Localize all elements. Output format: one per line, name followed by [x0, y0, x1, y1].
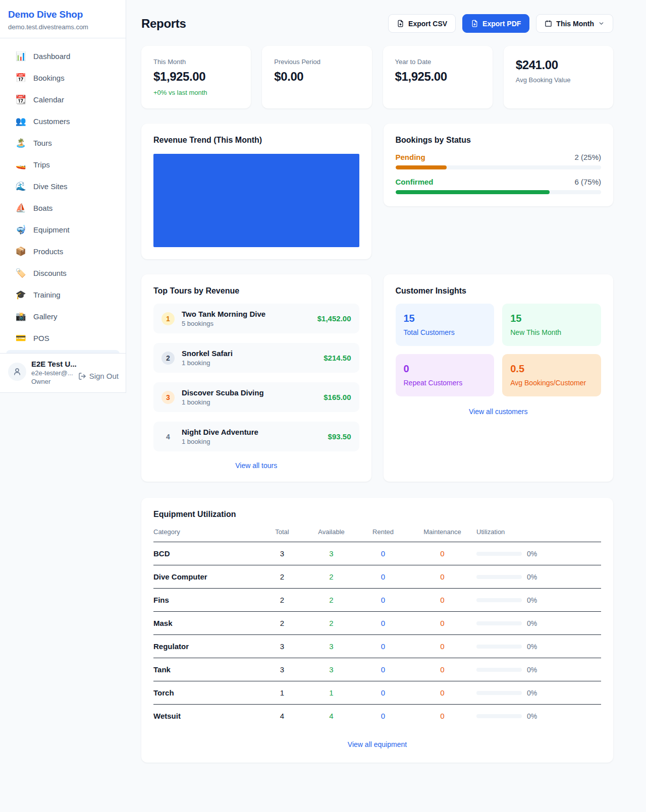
utilization-percent: 0%	[527, 712, 537, 720]
cell-maintenance: 0	[408, 712, 476, 720]
sidebar-item-label: Tours	[33, 139, 52, 147]
utilization-bar	[476, 575, 522, 579]
cell-maintenance: 0	[408, 642, 476, 651]
sidebar-item-gallery[interactable]: 📸 Gallery	[5, 306, 121, 327]
sidebar-item-equipment[interactable]: 🤿 Equipment	[5, 219, 121, 241]
col-total: Total	[259, 528, 305, 536]
export-csv-button[interactable]: Export CSV	[388, 14, 456, 33]
sidebar-item-boats[interactable]: ⛵ Boats	[5, 197, 121, 219]
export-pdf-button[interactable]: Export PDF	[462, 14, 529, 33]
insight-value: 15	[510, 313, 593, 324]
cell-rented: 0	[358, 712, 408, 720]
progress-fill-confirmed	[396, 190, 550, 194]
sidebar-item-calendar[interactable]: 📆 Calendar	[5, 89, 121, 110]
sidebar-item-pos[interactable]: 💳 POS	[5, 327, 121, 349]
cell-rented: 0	[358, 688, 408, 697]
table-row: Mask 2 2 0 0 0%	[153, 612, 601, 635]
sidebar-item-dashboard[interactable]: 📊 Dashboard	[5, 45, 121, 67]
utilization-percent: 0%	[527, 643, 537, 651]
cell-rented: 0	[358, 549, 408, 558]
top-tours-title: Top Tours by Revenue	[153, 286, 359, 296]
cell-available: 3	[305, 549, 358, 558]
tour-bookings: 1 booking	[182, 398, 316, 406]
sign-out-button[interactable]: Sign Out	[78, 372, 119, 380]
progress-track	[396, 190, 602, 194]
rank-badge: 3	[162, 391, 175, 404]
utilization-percent: 0%	[527, 619, 537, 627]
sidebar-item-trips[interactable]: 🚤 Trips	[5, 154, 121, 176]
period-dropdown[interactable]: This Month	[536, 14, 613, 33]
rank-badge: 2	[162, 352, 175, 365]
tour-row: 3 Discover Scuba Diving 1 booking $165.0…	[153, 382, 359, 412]
sidebar-item-products[interactable]: 📦 Products	[5, 241, 121, 262]
sidebar-item-dive-sites[interactable]: 🌊 Dive Sites	[5, 176, 121, 197]
shop-name: Demo Dive Shop	[8, 9, 118, 20]
status-count-confirmed: 6 (75%)	[574, 178, 601, 186]
equipment-title: Equipment Utilization	[153, 510, 601, 519]
col-utilization: Utilization	[476, 528, 601, 536]
sidebar-item-tours[interactable]: 🏝️ Tours	[5, 132, 121, 154]
utilization-percent: 0%	[527, 596, 537, 604]
cell-available: 2	[305, 572, 358, 581]
view-all-tours-link[interactable]: View all tours	[153, 461, 359, 470]
sidebar: Demo Dive Shop demo.test.divestreams.com…	[0, 0, 126, 393]
user-meta: E2E Test U... e2e-tester@... Owner	[31, 360, 73, 385]
customers-icon: 👥	[15, 117, 26, 126]
sidebar-item-label: Dive Sites	[33, 182, 68, 191]
cell-available: 4	[305, 712, 358, 720]
tour-revenue: $165.00	[324, 393, 351, 401]
stat-card-previous-period: Previous Period $0.00	[262, 46, 371, 108]
period-label: This Month	[556, 20, 594, 28]
view-all-equipment-link[interactable]: View all equipment	[153, 740, 601, 748]
cell-total: 3	[259, 642, 305, 651]
tour-name: Snorkel Safari	[182, 349, 316, 358]
sidebar-item-training[interactable]: 🎓 Training	[5, 284, 121, 306]
calendar-icon: 📆	[15, 95, 26, 104]
wave-icon: 🌊	[15, 182, 26, 191]
col-available: Available	[305, 528, 358, 536]
cell-utilization: 0%	[476, 573, 601, 581]
cell-maintenance: 0	[408, 665, 476, 674]
insight-label: New This Month	[510, 328, 593, 336]
cell-maintenance: 0	[408, 572, 476, 581]
cell-utilization: 0%	[476, 643, 601, 651]
utilization-percent: 0%	[527, 550, 537, 558]
sidebar-item-label: POS	[33, 334, 49, 342]
stat-value: $1,925.00	[395, 70, 480, 84]
stat-delta: +0% vs last month	[153, 89, 239, 96]
cell-total: 2	[259, 596, 305, 604]
insight-label: Avg Bookings/Customer	[510, 379, 593, 387]
sidebar-item-customers[interactable]: 👥 Customers	[5, 110, 121, 132]
cell-utilization: 0%	[476, 550, 601, 558]
file-download-icon	[471, 20, 478, 27]
col-category: Category	[153, 528, 259, 536]
table-row: Torch 1 1 0 0 0%	[153, 681, 601, 705]
cell-category: Regulator	[153, 642, 259, 651]
revenue-trend-chart	[153, 154, 359, 247]
cell-category: Wetsuit	[153, 712, 259, 720]
cell-available: 3	[305, 665, 358, 674]
user-email: e2e-tester@...	[31, 369, 73, 377]
status-row-confirmed: Confirmed 6 (75%)	[396, 178, 602, 194]
sign-out-label: Sign Out	[89, 372, 119, 380]
view-all-customers-link[interactable]: View all customers	[396, 408, 602, 416]
utilization-bar	[476, 552, 522, 556]
shop-header: Demo Dive Shop demo.test.divestreams.com	[0, 0, 126, 38]
cell-rented: 0	[358, 596, 408, 604]
sidebar-item-label: Bookings	[33, 74, 65, 82]
export-csv-label: Export CSV	[408, 20, 447, 28]
sidebar-item-bookings[interactable]: 📅 Bookings	[5, 67, 121, 89]
shop-domain: demo.test.divestreams.com	[8, 23, 118, 31]
island-icon: 🏝️	[15, 139, 26, 147]
utilization-bar	[476, 714, 522, 718]
sidebar-item-label: Dashboard	[33, 52, 70, 61]
file-download-icon	[397, 20, 404, 27]
sidebar-item-discounts[interactable]: 🏷️ Discounts	[5, 262, 121, 284]
stat-cards: This Month $1,925.00 +0% vs last month P…	[141, 46, 613, 108]
utilization-bar	[476, 645, 522, 649]
stat-card-this-month: This Month $1,925.00 +0% vs last month	[141, 46, 251, 108]
utilization-percent: 0%	[527, 689, 537, 697]
tour-row: 2 Snorkel Safari 1 booking $214.50	[153, 343, 359, 373]
sailboat-icon: ⛵	[15, 204, 26, 212]
stat-label: This Month	[153, 58, 239, 66]
